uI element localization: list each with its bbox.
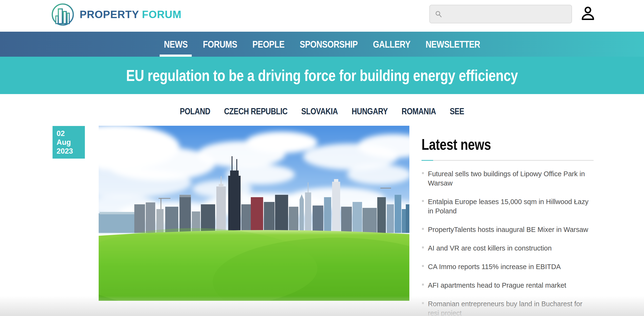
bullet-icon [422, 228, 424, 230]
country-item-see[interactable]: SEE [450, 107, 464, 116]
bullet-icon [422, 246, 424, 248]
country-item-czech-republic[interactable]: CZECH REPUBLIC [224, 107, 288, 116]
article-date-badge: 02 Aug 2023 [52, 126, 85, 159]
search-input[interactable] [442, 5, 572, 23]
nav-item-newsletter[interactable]: NEWSLETTER [426, 32, 480, 57]
news-item-label: AFI apartments head to Prague rental mar… [428, 281, 566, 289]
country-item-hungary[interactable]: HUNGARY [352, 107, 388, 116]
brand-name: PROPERTYFORUM [80, 9, 182, 21]
bullet-icon [422, 200, 424, 202]
latest-news-list: Futureal sells two buildings of Lipowy O… [422, 169, 594, 316]
nav-item-people[interactable]: PEOPLE [252, 32, 284, 57]
list-item[interactable]: AI and VR are cost killers in constructi… [422, 244, 594, 253]
list-item[interactable]: Romanian entrepreneurs buy land in Bucha… [422, 299, 594, 316]
country-item-poland[interactable]: POLAND [180, 107, 210, 116]
date-year: 2023 [56, 147, 85, 155]
search-icon [435, 11, 442, 18]
search-box [429, 5, 572, 23]
sidebar-divider [422, 160, 594, 161]
buildings-circle-icon [51, 3, 74, 26]
nav-item-label: NEWSLETTER [426, 39, 480, 50]
date-month: Aug [56, 138, 85, 147]
country-item-romania[interactable]: ROMANIA [402, 107, 436, 116]
sidebar-title: Latest news [422, 138, 594, 151]
nav-item-forums[interactable]: FORUMS [203, 32, 237, 57]
brand-name-secondary: FORUM [142, 9, 182, 20]
account-button[interactable] [580, 6, 596, 22]
country-navigation: POLAND CZECH REPUBLIC SLOVAKIA HUNGARY R… [0, 104, 644, 119]
bullet-icon [422, 172, 424, 174]
nav-item-label: PEOPLE [252, 39, 284, 50]
list-item[interactable]: AFI apartments head to Prague rental mar… [422, 281, 594, 290]
nav-item-label: SPONSORSHIP [300, 39, 358, 50]
bullet-icon [422, 302, 424, 304]
brand-logo[interactable]: PROPERTYFORUM [51, 3, 182, 26]
country-item-slovakia[interactable]: SLOVAKIA [301, 107, 338, 116]
nav-item-label: NEWS [164, 39, 188, 50]
nav-item-gallery[interactable]: GALLERY [373, 32, 410, 57]
grass-field [99, 228, 409, 301]
list-item[interactable]: Entalpia Europe leases 15,000 sqm in Hil… [422, 197, 594, 216]
hero-image [99, 126, 409, 301]
nav-item-label: GALLERY [373, 39, 410, 50]
brand-name-primary: PROPERTY [80, 9, 139, 20]
article-title-banner: EU regulation to be a driving force for … [0, 57, 644, 94]
news-item-label: CA Immo reports 115% increase in EBITDA [428, 263, 561, 270]
date-day: 02 [56, 129, 85, 138]
bullet-icon [422, 265, 424, 267]
nav-item-news[interactable]: NEWS [164, 32, 188, 57]
news-item-label: Entalpia Europe leases 15,000 sqm in Hil… [428, 198, 588, 215]
bullet-icon [422, 284, 424, 285]
list-item[interactable]: PropertyTalents hosts inaugural BE Mixer… [422, 225, 594, 234]
header: PROPERTYFORUM [0, 0, 644, 32]
main-navigation: NEWS FORUMS PEOPLE SPONSORSHIP GALLERY N… [0, 32, 644, 57]
article-title: EU regulation to be a driving force for … [126, 68, 518, 83]
page: PROPERTYFORUM NEWS FORUMS PEOPLE SPONSOR… [0, 0, 644, 316]
latest-news-sidebar: Latest news Futureal sells two buildings… [422, 138, 594, 316]
person-icon [580, 6, 596, 21]
news-item-label: Futureal sells two buildings of Lipowy O… [428, 170, 585, 187]
nav-item-label: FORUMS [203, 39, 237, 50]
news-item-label: AI and VR are cost killers in constructi… [428, 244, 552, 252]
list-item[interactable]: Futureal sells two buildings of Lipowy O… [422, 169, 594, 188]
news-item-label: Romanian entrepreneurs buy land in Bucha… [428, 300, 582, 316]
list-item[interactable]: CA Immo reports 115% increase in EBITDA [422, 262, 594, 271]
nav-item-sponsorship[interactable]: SPONSORSHIP [300, 32, 358, 57]
news-item-label: PropertyTalents hosts inaugural BE Mixer… [428, 226, 588, 233]
